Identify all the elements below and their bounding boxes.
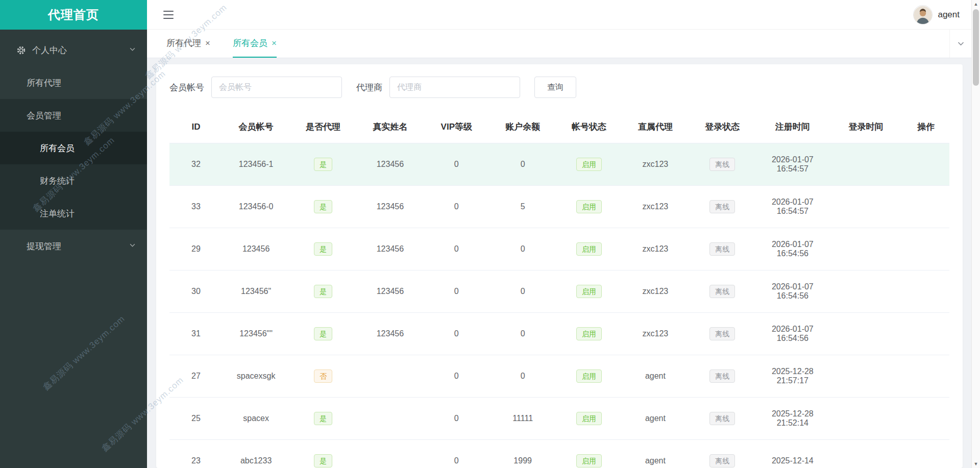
sidebar-item-finance-stats[interactable]: 财务统计: [0, 164, 147, 197]
cell-login-status-tag: 离线: [689, 397, 756, 439]
cell-account-status-tag: 启用: [556, 270, 622, 312]
cell-login-time: [829, 355, 903, 397]
cell-reg-time: 2025-12-28 21:52:14: [756, 397, 829, 439]
cell-login-status-tag: 离线: [689, 143, 756, 185]
cell-login-time: [829, 439, 903, 468]
login-status-tag: 离线: [709, 327, 735, 340]
table-row[interactable]: 27spacexsgk否00启用agent离线2025-12-28 21:57:…: [169, 355, 949, 397]
cell-login-status-tag: 离线: [689, 270, 756, 312]
account-status-tag: 启用: [576, 412, 602, 425]
cell-account: 123456-1: [223, 143, 289, 185]
is-agent-tag: 是: [314, 158, 332, 171]
cell-account: 123456: [223, 228, 289, 270]
column-header-login-time: 登录时间: [829, 111, 903, 143]
column-header-real-name: 真实姓名: [357, 111, 424, 143]
table-row[interactable]: 31123456""是12345600启用zxc123离线2026-01-07 …: [169, 312, 949, 355]
column-header-actions: 操作: [902, 111, 949, 143]
login-status-tag: 离线: [709, 158, 735, 171]
cell-is-agent-tag: 是: [289, 397, 356, 439]
login-status-tag: 离线: [709, 285, 735, 298]
sidebar-item-member-management[interactable]: 会员管理: [0, 99, 147, 132]
cell-real-name: [357, 355, 424, 397]
column-header-is-agent: 是否代理: [289, 111, 356, 143]
scrollbar-thumb[interactable]: [973, 9, 979, 86]
cell-is-agent-tag: 是: [289, 312, 356, 355]
cell-reg-time: 2026-01-07 16:54:57: [756, 143, 829, 185]
cell-account: abc1233: [223, 439, 289, 468]
is-agent-tag: 是: [314, 412, 332, 425]
table-row[interactable]: 30123456"是12345600启用zxc123离线2026-01-07 1…: [169, 270, 949, 312]
cell-reg-time: 2026-01-07 16:54:57: [756, 185, 829, 228]
column-header-balance: 账户余额: [489, 111, 556, 143]
cell-actions: [902, 270, 949, 312]
tab-all-members[interactable]: 所有会员 ×: [233, 30, 277, 58]
table-row[interactable]: 32123456-1是12345600启用zxc123离线2026-01-07 …: [169, 143, 949, 185]
is-agent-tag: 是: [314, 242, 332, 256]
cell-login-time: [829, 312, 903, 355]
cell-real-name: 123456: [357, 312, 424, 355]
cell-actions: [902, 143, 949, 185]
cell-real-name: [357, 397, 424, 439]
cell-is-agent-tag: 是: [289, 270, 356, 312]
cell-reg-time: 2026-01-07 16:54:56: [756, 228, 829, 270]
cell-balance: 0: [489, 312, 556, 355]
cell-vip: 0: [424, 355, 489, 397]
page-scrollbar[interactable]: ▲ ▼: [971, 0, 980, 468]
agent-input[interactable]: [389, 77, 520, 98]
sidebar-item-personal-center[interactable]: 个人中心: [0, 34, 147, 66]
cell-is-agent-tag: 是: [289, 228, 356, 270]
cell-parent-agent: zxc123: [622, 143, 689, 185]
member-account-input[interactable]: [211, 77, 342, 98]
user-menu[interactable]: agent: [913, 5, 960, 24]
content-area: 会员帐号 代理商 查询 ID 会员帐号: [147, 58, 980, 468]
cell-actions: [902, 439, 949, 468]
table-row[interactable]: 23abc1233是01999启用agent离线2025-12-14: [169, 439, 949, 468]
sidebar-item-all-agents[interactable]: 所有代理: [0, 66, 147, 99]
column-header-vip: VIP等级: [424, 111, 489, 143]
cell-id: 25: [169, 397, 223, 439]
account-status-tag: 启用: [576, 285, 602, 298]
cell-login-status-tag: 离线: [689, 439, 756, 468]
tab-close-icon[interactable]: ×: [205, 39, 210, 47]
cell-real-name: 123456: [357, 228, 424, 270]
tab-more-button[interactable]: [949, 30, 972, 58]
sidebar-item-withdraw-management[interactable]: 提现管理: [0, 230, 147, 262]
agent-label: 代理商: [356, 82, 382, 93]
cell-account: spacexsgk: [223, 355, 289, 397]
cell-parent-agent: agent: [622, 355, 689, 397]
sidebar-item-bet-stats[interactable]: 注单统计: [0, 197, 147, 230]
scroll-down-arrow[interactable]: ▼: [972, 460, 980, 468]
cell-balance: 0: [489, 355, 556, 397]
cell-login-status-tag: 离线: [689, 355, 756, 397]
cell-account-status-tag: 启用: [556, 439, 622, 468]
login-status-tag: 离线: [709, 242, 735, 256]
sidebar-item-label: 提现管理: [27, 240, 61, 252]
chevron-down-icon: [129, 45, 136, 55]
cell-vip: 0: [424, 270, 489, 312]
table-row[interactable]: 29123456是12345600启用zxc123离线2026-01-07 16…: [169, 228, 949, 270]
sidebar-item-all-members[interactable]: 所有会员: [0, 132, 147, 164]
cell-vip: 0: [424, 228, 489, 270]
table-row[interactable]: 33123456-0是12345605启用zxc123离线2026-01-07 …: [169, 185, 949, 228]
cell-account-status-tag: 启用: [556, 355, 622, 397]
login-status-tag: 离线: [709, 412, 735, 425]
account-status-tag: 启用: [576, 454, 602, 467]
query-button[interactable]: 查询: [534, 77, 576, 98]
table-row[interactable]: 25spacex是011111启用agent离线2025-12-28 21:52…: [169, 397, 949, 439]
cell-parent-agent: agent: [622, 439, 689, 468]
cell-parent-agent: agent: [622, 397, 689, 439]
cell-reg-time: 2025-12-28 21:57:17: [756, 355, 829, 397]
menu-toggle-icon[interactable]: [160, 8, 177, 22]
tab-close-icon[interactable]: ×: [272, 39, 277, 47]
cell-vip: 0: [424, 312, 489, 355]
cell-parent-agent: zxc123: [622, 228, 689, 270]
is-agent-tag: 否: [314, 370, 332, 383]
column-header-parent-agent: 直属代理: [622, 111, 689, 143]
cell-balance: 0: [489, 270, 556, 312]
tab-label: 所有代理: [166, 37, 201, 49]
tab-all-agents[interactable]: 所有代理 ×: [166, 30, 210, 58]
cell-login-time: [829, 270, 903, 312]
cell-actions: [902, 397, 949, 439]
scroll-up-arrow[interactable]: ▲: [972, 0, 980, 8]
cell-is-agent-tag: 否: [289, 355, 356, 397]
